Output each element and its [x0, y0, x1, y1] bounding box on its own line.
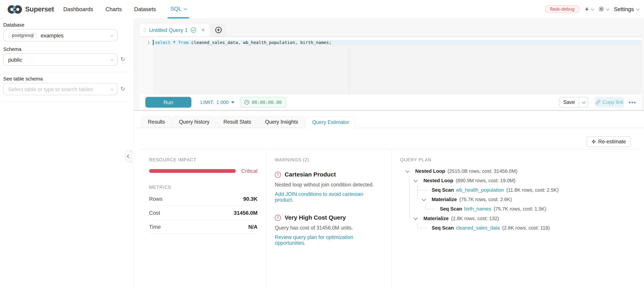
settings-menu[interactable]: Settings: [614, 6, 638, 12]
estimator-content: RESOURCE IMPACT Critical METRICS Rows 90…: [142, 149, 639, 289]
main-pane: Untitled Query 1 ✕: [134, 18, 644, 289]
tree-caret[interactable]: [405, 170, 409, 172]
sqllab-sidebar: Database postgresql examples Schema publ…: [0, 18, 134, 289]
refresh-schema-icon[interactable]: ↻: [120, 56, 126, 62]
plan-node: Materialize (2.8K rows, cost: 132): [400, 214, 631, 223]
drag-handle-icon: [144, 28, 146, 32]
plan-node: Materialize (75.7K rows, cost: 2.6K): [400, 195, 631, 204]
results-pane: Results Query history Result Stats Query…: [134, 111, 644, 289]
metrics-title: METRICS: [149, 185, 258, 190]
tab-query-history[interactable]: Query history: [172, 116, 216, 128]
warnings-section: WARNINGS (2) ! Cartesian Product Nested …: [266, 149, 392, 289]
nav-menu: Dashboards Charts Datasets SQL: [62, 0, 189, 18]
query-tab[interactable]: Untitled Query 1 ✕: [140, 23, 209, 36]
database-label: Database: [3, 22, 24, 28]
new-item-button[interactable]: +: [585, 5, 593, 12]
tree-caret[interactable]: [422, 198, 426, 201]
warning-high-cost: ! Very High Cost Query Query has cost of…: [275, 214, 382, 246]
schema-select[interactable]: public: [3, 53, 118, 66]
refresh-tables-icon[interactable]: ↻: [120, 85, 126, 92]
chevron-down-icon: [591, 7, 594, 10]
nav-item-charts[interactable]: Charts: [105, 0, 123, 18]
tab-query-insights[interactable]: Query Insights: [258, 116, 305, 128]
theme-toggle[interactable]: [598, 6, 608, 12]
link-icon: [596, 100, 600, 105]
superset-logo-icon: [8, 4, 22, 14]
warning-description: Query has cost of 31456.0M units.: [275, 225, 382, 231]
warning-icon: !: [275, 171, 281, 178]
editor-toolbar: Run LIMIT: 1 000 00:00:00.00 Save: [140, 94, 642, 110]
metrics-list: Rows 90.3K Cost 31456.0M Time N/A: [149, 192, 258, 234]
tab-query-estimator[interactable]: Query Estimator: [306, 116, 356, 128]
impact-level: Critical: [241, 168, 258, 174]
collapse-sidebar-button[interactable]: [126, 151, 132, 162]
warnings-title: WARNINGS (2): [275, 157, 382, 162]
warning-icon: !: [275, 215, 281, 221]
chevron-down-icon: [582, 100, 585, 104]
plan-table-link[interactable]: cleaned_sales_data: [456, 225, 500, 231]
plan-node: Nested Loop (890.9M rows, cost: 19.0M): [400, 176, 631, 185]
query-tab-title: Untitled Query 1: [149, 27, 188, 33]
caret-down-icon: [231, 101, 234, 103]
sun-icon: [598, 6, 604, 12]
editor-background: [153, 45, 642, 95]
tab-result-stats[interactable]: Result Stats: [217, 116, 258, 128]
query-plan-section: QUERY PLAN Nested Loop (2515.0B rows, co…: [392, 149, 639, 289]
tab-results[interactable]: Results: [141, 116, 172, 128]
nav-item-dashboards[interactable]: Dashboards: [62, 0, 94, 18]
save-dropdown-button[interactable]: [579, 97, 588, 107]
warning-cartesian-product: ! Cartesian Product Nested loop without …: [275, 171, 382, 203]
limit-dropdown[interactable]: LIMIT: 1 000: [200, 97, 234, 107]
add-tab-button[interactable]: [210, 23, 227, 36]
database-select[interactable]: postgresql examples: [3, 29, 118, 41]
tree-rail: [409, 176, 410, 218]
table-select[interactable]: Select table or type to search tables: [3, 83, 118, 95]
print-margin-line: [349, 45, 350, 95]
chevron-down-icon: [606, 7, 609, 10]
saved-check-icon: [190, 27, 196, 33]
tree-rail: [417, 223, 418, 228]
run-button[interactable]: Run: [146, 97, 192, 107]
save-button[interactable]: Save: [559, 97, 588, 107]
sql-code-line: select * from cleaned_sales_data, wb_hea…: [155, 40, 332, 45]
more-options-button[interactable]: •••: [629, 97, 636, 107]
plan-table-link[interactable]: birth_names: [464, 206, 491, 212]
metric-row-rows: Rows 90.3K: [149, 192, 258, 206]
tree-caret[interactable]: [413, 217, 417, 220]
editor-gutter: [140, 37, 153, 95]
chevron-left-icon: [128, 155, 130, 158]
database-value: examples: [40, 32, 64, 38]
warning-suggestion-link[interactable]: Review query plan for optimization oppor…: [275, 235, 382, 246]
copy-link-button[interactable]: Copy link: [595, 97, 624, 107]
divider: [3, 72, 130, 72]
schema-label: Schema: [3, 46, 22, 52]
plan-node: Seq Scan cleaned_sales_data (2.8K rows, …: [400, 223, 631, 232]
nav-item-sql[interactable]: SQL: [168, 0, 189, 18]
line-number: 1: [140, 40, 150, 45]
nav-item-datasets[interactable]: Datasets: [133, 0, 157, 18]
plan-node: Seq Scan wb_health_population (11.8K row…: [400, 185, 631, 195]
plan-table-link[interactable]: wb_health_population: [456, 187, 504, 193]
chevron-down-icon: [184, 7, 187, 10]
sql-editor[interactable]: 1 select * from cleaned_sales_data, wb_h…: [140, 36, 642, 95]
table-schema-label: See table schema: [3, 76, 43, 82]
query-plan-title: QUERY PLAN: [400, 157, 631, 162]
timer-value: 00:00:00.00: [252, 99, 282, 105]
reestimate-button[interactable]: Re-estimate: [586, 136, 631, 147]
impact-progress-bar: [149, 169, 236, 173]
resource-impact-title: RESOURCE IMPACT: [149, 157, 258, 162]
query-timer: 00:00:00.00: [240, 97, 286, 107]
superset-logo[interactable]: Superset: [8, 0, 54, 18]
metric-row-time: Time N/A: [149, 220, 258, 234]
plan-node: Nested Loop (2515.0B rows, cost: 31456.0…: [400, 166, 631, 176]
warning-suggestion-link[interactable]: Add JOIN conditions to avoid cartesian p…: [275, 191, 382, 203]
results-tabbar: Results Query history Result Stats Query…: [141, 116, 356, 128]
database-engine-tag: postgresql: [8, 32, 38, 39]
resource-impact-section: RESOURCE IMPACT Critical METRICS Rows 90…: [142, 149, 266, 289]
tree-rail: [426, 204, 426, 209]
close-icon[interactable]: ✕: [201, 27, 205, 33]
plus-icon: +: [585, 5, 589, 12]
query-tabstrip: Untitled Query 1 ✕: [140, 23, 642, 36]
editor-cursor: [153, 40, 154, 45]
tree-caret[interactable]: [413, 179, 417, 182]
